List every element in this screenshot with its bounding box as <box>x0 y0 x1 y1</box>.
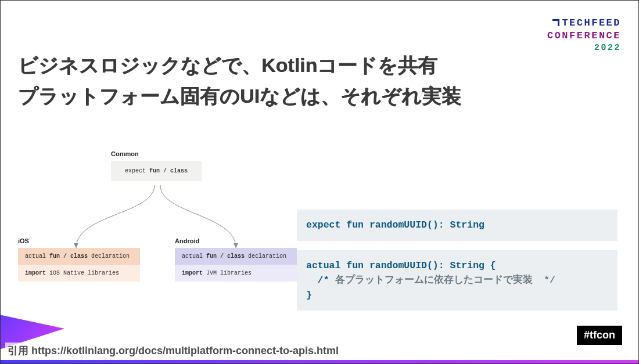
title-line2: プラットフォーム固有のUIなどは、それぞれ実装 <box>18 81 461 111</box>
ios-label: iOS <box>18 237 29 244</box>
svg-marker-0 <box>74 243 78 248</box>
android-actual-box: actual fun / class declaration <box>175 248 297 265</box>
android-stack: actual fun / class declaration import JV… <box>175 248 297 282</box>
ios-import-box: import iOS Native libraries <box>18 265 140 282</box>
svg-marker-1 <box>234 243 238 248</box>
kmp-diagram: Common expect expect fun / classfun / cl… <box>18 150 294 325</box>
title-line1: ビジネスロジックなどで、Kotlinコードを共有 <box>18 50 461 81</box>
diagram-arrows <box>18 179 294 249</box>
brand-line2: CONFERENCE <box>547 30 621 42</box>
expect-code-block: expect fun randomUUID(): String <box>297 210 618 241</box>
android-import-box: import JVM libraries <box>175 265 297 282</box>
actual-code-block: actual fun randomUUID(): String { /* 各プラ… <box>297 250 618 311</box>
ios-stack: actual fun / class declaration import iO… <box>18 248 140 282</box>
brand-mark-icon <box>552 19 559 26</box>
bottom-accent-bar <box>1 360 638 363</box>
brand-line1: TECHFEED <box>562 17 621 28</box>
slide-title: ビジネスロジックなどで、Kotlinコードを共有 プラットフォーム固有のUIなど… <box>18 50 461 111</box>
android-label: Android <box>175 237 199 244</box>
brand-year: 2022 <box>547 42 621 54</box>
code-column: expect fun randomUUID(): String actual f… <box>297 210 618 320</box>
brand-logo: TECHFEED CONFERENCE 2022 <box>547 17 621 54</box>
citation-text: 引用 https://kotlinlang.org/docs/multiplat… <box>5 343 341 359</box>
hashtag-badge: #tfcon <box>577 326 622 345</box>
ios-actual-box: actual fun / class declaration <box>18 248 140 265</box>
common-box: expect expect fun / classfun / class <box>111 161 202 181</box>
common-box-text: expect expect fun / classfun / class <box>125 168 188 174</box>
common-label: Common <box>111 150 139 157</box>
